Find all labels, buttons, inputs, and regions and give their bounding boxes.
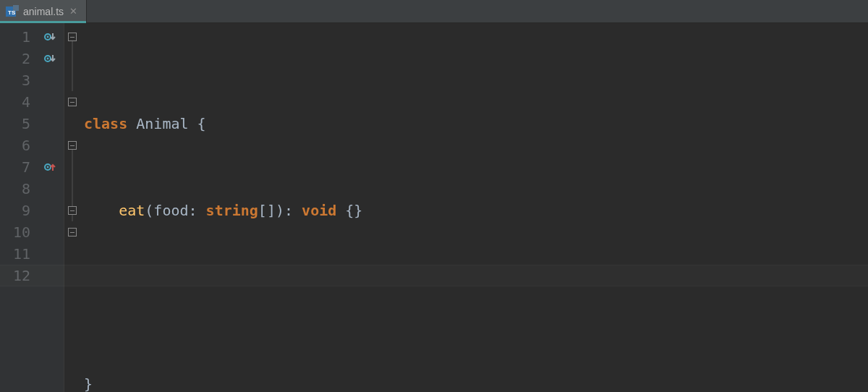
line-number[interactable]: 5 bbox=[0, 113, 30, 135]
fold-toggle-icon[interactable] bbox=[68, 33, 77, 41]
fold-column bbox=[64, 23, 80, 392]
line-number[interactable]: 1 bbox=[0, 26, 30, 48]
fold-toggle-icon[interactable] bbox=[68, 206, 77, 215]
fold-toggle-icon[interactable] bbox=[68, 228, 77, 237]
override-down-icon bbox=[43, 52, 56, 65]
override-down-icon bbox=[43, 30, 56, 43]
code-line[interactable]: } bbox=[84, 373, 868, 392]
line-number[interactable]: 12 bbox=[0, 265, 30, 286]
line-number[interactable]: 3 bbox=[0, 69, 30, 91]
fold-toggle-icon[interactable] bbox=[68, 98, 77, 106]
line-number[interactable]: 9 bbox=[0, 200, 30, 221]
code-line[interactable] bbox=[84, 286, 868, 308]
svg-text:TS: TS bbox=[8, 9, 16, 16]
svg-point-4 bbox=[47, 36, 49, 38]
overridden-marker[interactable] bbox=[36, 48, 64, 69]
gutter-markers bbox=[36, 23, 64, 392]
code-area[interactable]: class Animal { eat(food: string[]): void… bbox=[80, 23, 868, 392]
line-number[interactable]: 11 bbox=[0, 243, 30, 265]
line-number[interactable]: 8 bbox=[0, 178, 30, 200]
line-number[interactable]: 10 bbox=[0, 221, 30, 243]
override-up-icon bbox=[43, 161, 56, 174]
line-number[interactable]: 2 bbox=[0, 48, 30, 69]
fold-toggle-icon[interactable] bbox=[68, 141, 77, 150]
svg-point-8 bbox=[47, 166, 49, 169]
overriding-marker[interactable] bbox=[36, 156, 64, 178]
close-icon[interactable]: ✕ bbox=[68, 5, 79, 17]
line-number-gutter: 1 2 3 4 5 6 7 8 9 10 11 12 bbox=[0, 23, 36, 392]
tab-bar: TS animal.ts ✕ bbox=[0, 0, 868, 23]
code-editor[interactable]: 1 2 3 4 5 6 7 8 9 10 11 12 bbox=[0, 23, 868, 392]
line-number[interactable]: 6 bbox=[0, 135, 30, 156]
line-number[interactable]: 4 bbox=[0, 91, 30, 113]
line-number[interactable]: 7 bbox=[0, 156, 30, 178]
current-line-highlight bbox=[0, 265, 868, 286]
ts-file-icon: TS bbox=[6, 5, 19, 18]
svg-point-6 bbox=[47, 58, 49, 60]
code-line[interactable]: eat(food: string[]): void {} bbox=[84, 200, 868, 221]
code-line[interactable]: class Animal { bbox=[84, 113, 868, 135]
tab-filename: animal.ts bbox=[23, 6, 64, 17]
editor-tab-active[interactable]: TS animal.ts ✕ bbox=[0, 0, 87, 22]
overridden-marker[interactable] bbox=[36, 26, 64, 48]
